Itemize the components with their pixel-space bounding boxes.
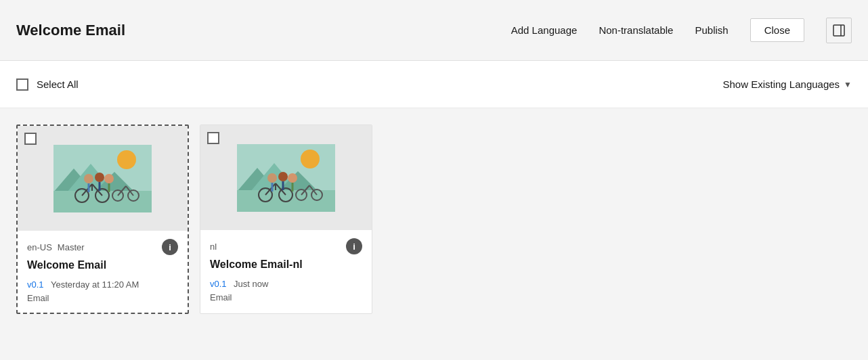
close-button[interactable]: Close — [750, 18, 804, 42]
panel-icon — [833, 24, 845, 37]
svg-point-38 — [288, 173, 297, 183]
svg-point-28 — [301, 150, 320, 168]
card-info-icon[interactable]: i — [346, 238, 362, 254]
page-title: Welcome Email — [16, 22, 511, 39]
card-thumbnail — [53, 145, 152, 212]
card-card-2[interactable]: nl i Welcome Email-nl v0.1 Just now Emai… — [200, 125, 372, 314]
toolbar: Select All Show Existing Languages ▼ — [0, 61, 868, 108]
svg-point-34 — [267, 173, 277, 183]
card-lang: en-US Master — [27, 242, 85, 252]
toolbar-left: Select All — [16, 78, 79, 91]
card-image-area — [200, 125, 372, 230]
card-checkbox-0[interactable] — [24, 133, 37, 145]
card-card-1[interactable]: en-US Master i Welcome Email v0.1 Yester… — [16, 125, 189, 314]
card-image-area — [18, 126, 188, 231]
card-thumbnail — [237, 144, 335, 212]
card-version-row: v0.1 Just now — [210, 277, 362, 290]
card-info: nl i Welcome Email-nl v0.1 Just now Emai… — [200, 230, 372, 312]
card-info: en-US Master i Welcome Email v0.1 Yester… — [18, 231, 188, 313]
show-languages-button[interactable]: Show Existing Languages ▼ — [722, 78, 852, 90]
select-all-checkbox[interactable] — [16, 78, 28, 91]
svg-point-7 — [117, 150, 136, 169]
publish-button[interactable]: Publish — [695, 24, 728, 36]
add-language-button[interactable]: Add Language — [511, 24, 578, 36]
card-lang: nl — [210, 242, 217, 252]
card-name: Welcome Email-nl — [210, 258, 362, 271]
chevron-down-icon: ▼ — [844, 80, 852, 89]
master-badge: Master — [58, 242, 85, 252]
card-date: Yesterday at 11:20 AM — [51, 279, 139, 290]
card-version: v0.1 — [210, 279, 227, 289]
card-checkbox-1[interactable] — [207, 132, 219, 144]
svg-point-36 — [278, 172, 288, 181]
card-lang-row: nl i — [210, 238, 362, 254]
panel-toggle-button[interactable] — [826, 18, 852, 43]
select-all-label[interactable]: Select All — [37, 78, 79, 90]
card-info-icon[interactable]: i — [162, 239, 178, 255]
card-lang-row: en-US Master i — [27, 239, 178, 255]
card-lang-code: en-US — [27, 242, 52, 252]
card-type: Email — [210, 292, 362, 302]
header: Welcome Email Add Language Non-translata… — [0, 0, 868, 61]
header-actions: Add Language Non-translatable Publish Cl… — [511, 18, 852, 43]
svg-point-17 — [104, 174, 114, 183]
card-name: Welcome Email — [27, 259, 178, 271]
non-translatable-button[interactable]: Non-translatable — [599, 24, 673, 36]
svg-rect-0 — [833, 25, 844, 36]
card-date: Just now — [234, 279, 268, 289]
card-version-row: v0.1 Yesterday at 11:20 AM — [27, 278, 178, 290]
card-type: Email — [27, 293, 178, 303]
svg-point-13 — [84, 174, 93, 183]
card-lang-code: nl — [210, 242, 217, 252]
content-area: en-US Master i Welcome Email v0.1 Yester… — [0, 108, 868, 330]
card-version: v0.1 — [27, 279, 44, 290]
show-languages-label: Show Existing Languages — [722, 78, 840, 90]
svg-point-15 — [95, 173, 104, 182]
